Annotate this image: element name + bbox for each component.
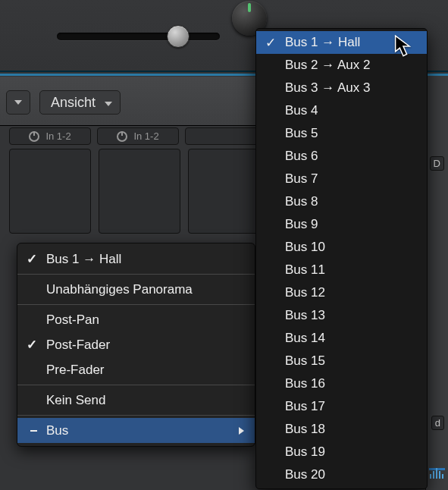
menu-item-bus-assignment[interactable]: ✓ Bus 1 → Hall [17,247,255,272]
bus-menu-item-label: Bus 16 [285,376,325,391]
menu-item-independent-pan[interactable]: Unabhängiges Panorama [17,277,255,302]
view-dropdown[interactable]: Ansicht [39,90,121,115]
menu-item-pre-fader[interactable]: Pre-Fader [17,357,255,382]
menu-item-label: Kein Send [46,393,105,408]
bus-submenu: ✓Bus 1 → HallBus 2 → Aux 2Bus 3 → Aux 3B… [255,28,428,489]
menu-separator [17,415,255,416]
bus-menu-item[interactable]: Bus 10 [256,236,427,259]
bus-menu-item[interactable]: Bus 8 [256,190,427,213]
menu-item-label: Unabhängiges Panorama [46,282,193,297]
right-badge[interactable]: d [431,416,444,430]
menu-separator [17,274,255,275]
bus-menu-item[interactable]: Bus 7 [256,168,427,190]
menu-item-label: Bus [46,423,68,438]
channel-input-label: In 1-2 [133,130,158,142]
bus-menu-item-label: Bus 14 [285,331,325,346]
bus-menu-item[interactable]: Bus 15 [256,350,427,372]
bus-menu-item-label: Bus 13 [285,308,325,323]
bus-menu-item[interactable]: Bus 9 [256,213,427,236]
bus-menu-item-label: Bus 15 [285,353,325,369]
channel-input-label: In 1-2 [45,130,70,142]
pan-knob-indicator [248,3,251,12]
bus-menu-item-label: Bus 5 [285,126,318,141]
menu-separator [17,385,255,385]
channel-input-cell[interactable]: In 1-2 [9,127,91,145]
bus-menu-item[interactable]: Bus 6 [256,145,427,168]
channel-input-cell[interactable]: In 1-2 [97,127,179,145]
channel-input-cell[interactable] [185,127,267,145]
bus-menu-item-label: Bus 2 → Aux 2 [285,58,370,73]
bus-menu-item-label: Bus 12 [285,285,325,300]
bus-menu-item[interactable]: Bus 11 [256,259,427,281]
send-context-menu: ✓ Bus 1 → Hall Unabhängiges Panorama Pos… [17,243,255,447]
bus-menu-item-label: Bus 7 [285,171,318,187]
cursor-icon [394,35,412,58]
bus-menu-item-label: Bus 19 [285,444,325,460]
bus-menu-item-label: Bus 6 [285,149,318,164]
bus-menu-item[interactable]: Bus 19 [256,441,427,463]
disclosure-button[interactable] [6,90,30,115]
bus-menu-item[interactable]: Bus 18 [256,418,427,441]
volume-slider-track[interactable] [57,33,220,40]
menu-item-post-pan[interactable]: Post-Pan [17,307,255,332]
bus-menu-item-label: Bus 11 [285,262,325,278]
submenu-arrow-icon [239,427,244,435]
menu-item-label: Post-Pan [46,313,99,328]
mixed-indicator-icon [30,430,37,432]
menu-separator [17,304,255,305]
right-badge[interactable]: D [430,156,444,171]
bus-menu-item-label: Bus 17 [285,399,325,414]
checkmark-icon: ✓ [27,251,37,267]
bus-menu-item-label: Bus 20 [285,467,325,482]
bus-menu-item-label: Bus 9 [285,217,318,232]
bus-menu-item[interactable]: Bus 13 [256,304,427,327]
bus-menu-item[interactable]: Bus 16 [256,372,427,395]
bus-menu-item[interactable]: Bus 17 [256,395,427,418]
menu-item-label: Pre-Fader [46,363,105,378]
menu-item-bus-submenu[interactable]: Bus [17,418,255,443]
bus-menu-item[interactable]: Bus 20 [256,463,427,486]
view-dropdown-label: Ansicht [51,95,96,111]
checkmark-icon: ✓ [27,337,37,353]
bus-menu-item-label: Bus 3 → Aux 3 [285,80,370,96]
menu-item-no-send[interactable]: Kein Send [17,388,255,413]
menu-item-label: Post-Fader [46,338,110,353]
volume-slider-thumb[interactable] [167,25,190,48]
chevron-down-icon [105,102,112,106]
meter-icon [430,468,443,479]
menu-item-label: Bus 1 → Hall [46,252,121,267]
bus-menu-item-label: Bus 8 [285,194,318,209]
bus-menu-item-label: Bus 10 [285,240,325,255]
bus-menu-item[interactable]: Bus 3 → Aux 3 [256,77,427,99]
bus-menu-item[interactable]: Bus 5 [256,122,427,145]
insert-slot[interactable] [9,149,91,234]
insert-slot[interactable] [99,149,180,234]
menu-item-post-fader[interactable]: ✓ Post-Fader [17,332,255,357]
send-knob-icon [117,131,127,142]
bus-menu-item[interactable]: Bus 12 [256,281,427,304]
bus-menu-item-label: Bus 18 [285,422,325,437]
bus-menu-item[interactable]: Bus 4 [256,99,427,122]
bus-menu-item-label: Bus 1 → Hall [285,35,360,50]
bus-menu-item[interactable]: Bus 14 [256,327,427,350]
checkmark-icon: ✓ [265,35,276,51]
chevron-down-icon [14,100,22,105]
send-knob-icon [29,131,39,142]
bus-menu-item-label: Bus 4 [285,103,318,118]
